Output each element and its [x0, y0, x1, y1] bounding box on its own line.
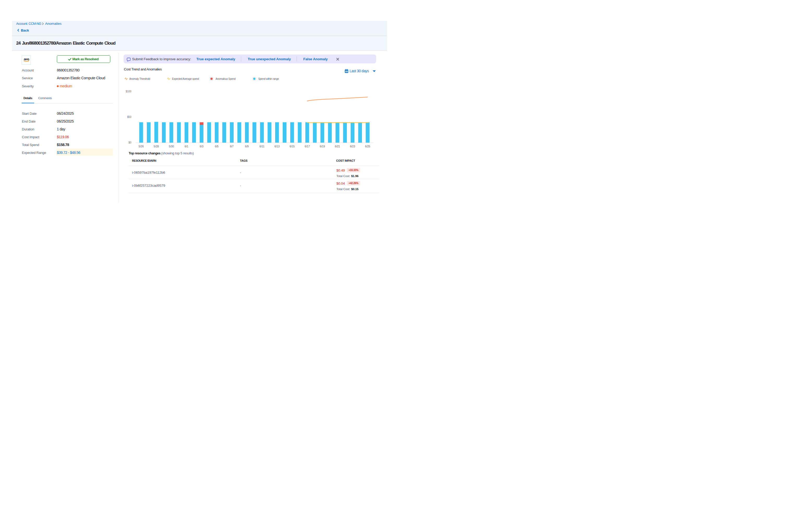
- svg-text:6/9: 6/9: [245, 145, 249, 148]
- svg-text:6/25: 6/25: [365, 145, 370, 148]
- svg-text:6/7: 6/7: [230, 145, 234, 148]
- svg-text:6/3: 6/3: [200, 145, 204, 148]
- svg-text:6/1: 6/1: [185, 145, 188, 148]
- svg-text:$100: $100: [126, 90, 131, 93]
- svg-text:6/21: 6/21: [335, 145, 340, 148]
- svg-text:6/19: 6/19: [320, 145, 325, 148]
- svg-text:$50: $50: [127, 116, 131, 118]
- svg-text:5/26: 5/26: [138, 145, 144, 148]
- svg-text:6/5: 6/5: [215, 145, 218, 148]
- svg-text:6/13: 6/13: [274, 145, 280, 148]
- svg-text:6/17: 6/17: [305, 145, 310, 148]
- svg-text:6/15: 6/15: [289, 145, 295, 148]
- svg-text:5/28: 5/28: [154, 145, 159, 148]
- svg-text:$0: $0: [129, 141, 131, 144]
- svg-text:aws: aws: [24, 57, 30, 61]
- svg-text:6/23: 6/23: [350, 145, 355, 148]
- svg-text:6/11: 6/11: [260, 145, 264, 148]
- svg-text:5/30: 5/30: [169, 145, 174, 148]
